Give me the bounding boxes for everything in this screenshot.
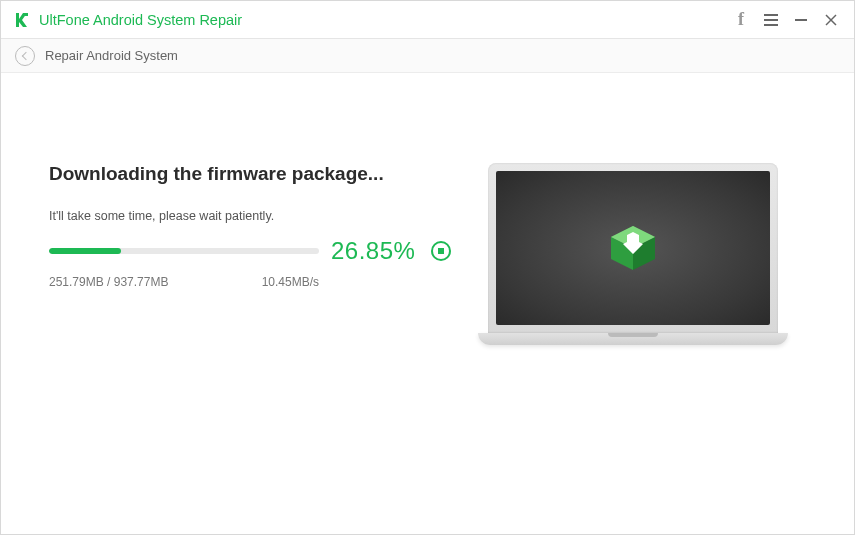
- progress-fill: [49, 248, 121, 254]
- app-logo-icon: [11, 9, 33, 31]
- breadcrumb-bar: Repair Android System: [1, 39, 854, 73]
- back-button[interactable]: [15, 46, 35, 66]
- menu-icon: [764, 14, 778, 26]
- download-heading: Downloading the firmware package...: [49, 163, 451, 185]
- facebook-icon: f: [738, 9, 744, 30]
- minimize-icon: [795, 19, 807, 21]
- illustration-panel: [451, 163, 814, 494]
- progress-bar: [49, 248, 319, 254]
- minimize-button[interactable]: [786, 1, 816, 39]
- back-arrow-icon: [22, 51, 30, 59]
- stop-icon: [438, 248, 444, 254]
- main-content: Downloading the firmware package... It'l…: [1, 73, 854, 534]
- app-window: UltFone Android System Repair f Repair A…: [0, 0, 855, 535]
- laptop-screen: [496, 171, 770, 325]
- app-title: UltFone Android System Repair: [39, 12, 242, 28]
- facebook-button[interactable]: f: [726, 1, 756, 39]
- laptop-base: [478, 333, 788, 345]
- download-cube-icon: [603, 218, 663, 278]
- download-size-status: 251.79MB / 937.77MB: [49, 275, 168, 289]
- download-speed: 10.45MB/s: [262, 275, 319, 289]
- title-bar: UltFone Android System Repair f: [1, 1, 854, 39]
- laptop-frame: [488, 163, 778, 333]
- laptop-illustration: [478, 163, 788, 345]
- menu-button[interactable]: [756, 1, 786, 39]
- progress-row: 26.85%: [49, 237, 451, 265]
- download-panel: Downloading the firmware package... It'l…: [49, 163, 451, 494]
- svg-rect-0: [25, 13, 28, 16]
- breadcrumb-label: Repair Android System: [45, 48, 178, 63]
- download-subtext: It'll take some time, please wait patien…: [49, 209, 451, 223]
- download-stats: 251.79MB / 937.77MB 10.45MB/s: [49, 275, 319, 289]
- stop-button[interactable]: [431, 241, 451, 261]
- progress-percent: 26.85%: [331, 237, 415, 265]
- close-button[interactable]: [816, 1, 846, 39]
- close-icon: [825, 14, 837, 26]
